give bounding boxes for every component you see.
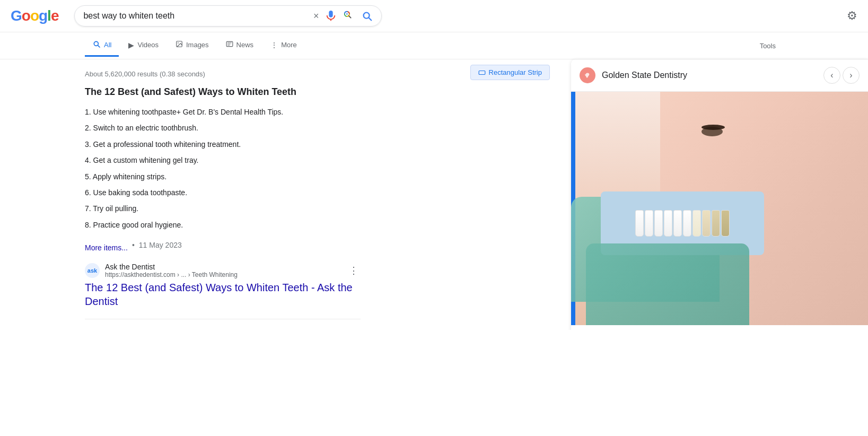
list-item: 5. Apply whitening strips. (85, 169, 361, 185)
header-right: ⚙ (847, 9, 857, 23)
panel-favicon (580, 67, 595, 83)
list-item: 2. Switch to an electric toothbrush. (85, 120, 361, 136)
tooth (702, 210, 711, 237)
clear-button[interactable]: × (313, 11, 319, 22)
list-item: 8. Practice good oral hygiene. (85, 217, 361, 233)
svg-point-0 (330, 14, 333, 16)
logo-l: l (47, 7, 51, 24)
tab-images[interactable]: Images (168, 35, 216, 56)
panel-next-button[interactable]: › (843, 67, 860, 84)
source-info: Ask the Dentist https://askthedentist.co… (105, 263, 341, 278)
more-icon: ⋮ (270, 41, 278, 49)
featured-snippet: The 12 Best (and Safest) Ways to Whiten … (85, 86, 361, 252)
teeth-row (635, 210, 730, 237)
tab-all[interactable]: All (85, 34, 119, 57)
list-item: 1. Use whitening toothpaste+ Get Dr. B's… (85, 104, 361, 120)
right-panel: Golden State Dentistry ‹ › (571, 59, 868, 330)
svg-rect-10 (479, 71, 485, 74)
source-favicon: ask (85, 263, 100, 278)
gloved-hand-2 (586, 243, 749, 325)
main-content: Rectangular Strip About 5,620,000 result… (0, 59, 868, 330)
tab-more-label: More (281, 41, 297, 49)
featured-title: The 12 Best (and Safest) Ways to Whiten … (85, 86, 361, 98)
svg-point-6 (346, 13, 348, 15)
dental-scene-bg (571, 92, 868, 325)
rectangular-strip-button[interactable]: Rectangular Strip (470, 65, 550, 80)
source-name: Ask the Dentist (105, 263, 341, 271)
source-url: https://askthedentist.com › ... › Teeth … (105, 271, 341, 278)
tooth (645, 210, 653, 237)
search-submit-icon[interactable] (361, 10, 373, 22)
panel-caption: Which Teeth Whitening Method Should You … (571, 325, 868, 330)
tab-news[interactable]: News (218, 35, 261, 56)
search-input[interactable] (83, 11, 308, 21)
tab-videos-label: Videos (137, 41, 159, 49)
logo-g: G (11, 7, 22, 24)
tooth (664, 210, 672, 237)
tooth (721, 210, 730, 237)
header: Google × ⚙ (0, 0, 868, 32)
result-link[interactable]: The 12 Best (and Safest) Ways to Whiten … (85, 281, 361, 308)
list-item: 6. Use baking soda toothpaste. (85, 185, 361, 200)
tooth (712, 210, 720, 237)
tooth (654, 210, 663, 237)
panel-image (571, 92, 868, 325)
tooth (635, 210, 644, 237)
list-item: 4. Get a custom whitening gel tray. (85, 152, 361, 168)
panel-nav-buttons: ‹ › (823, 67, 860, 84)
settings-icon[interactable]: ⚙ (847, 9, 857, 22)
list-item: 3. Get a professional tooth whitening tr… (85, 136, 361, 152)
svg-point-8 (178, 42, 179, 43)
logo-o1: o (22, 7, 30, 24)
tools-tab[interactable]: Tools (752, 37, 783, 55)
mic-icon[interactable] (325, 10, 337, 22)
source-more-button[interactable]: ⋮ (347, 263, 361, 278)
list-item: 7. Try oil pulling. (85, 200, 361, 216)
images-icon (176, 40, 183, 49)
tooth (673, 210, 682, 237)
result-source: ask Ask the Dentist https://askthedentis… (85, 263, 361, 278)
videos-icon: ▶ (128, 41, 134, 49)
search-icons: × (313, 10, 373, 22)
featured-list: 1. Use whitening toothpaste+ Get Dr. B's… (85, 104, 361, 233)
tab-videos[interactable]: ▶ Videos (121, 36, 166, 56)
logo-g2: g (39, 7, 47, 24)
more-items-link[interactable]: More items... (85, 243, 128, 252)
result-divider (85, 319, 361, 319)
results-count: About 5,620,000 results (0.38 seconds) (85, 70, 361, 78)
tab-more[interactable]: ⋮ More (263, 36, 304, 56)
search-bar: × (74, 5, 382, 27)
lens-icon[interactable] (343, 10, 355, 22)
panel-prev-button[interactable]: ‹ (823, 67, 840, 84)
panel-source-name: Golden State Dentistry (602, 71, 817, 80)
panel-header: Golden State Dentistry ‹ › (571, 59, 868, 92)
tab-news-label: News (236, 41, 254, 49)
tab-images-label: Images (186, 41, 209, 49)
all-icon (92, 40, 101, 50)
logo-e: e (51, 7, 59, 24)
tooth (692, 210, 701, 237)
rect-strip-label: Rectangular Strip (489, 68, 542, 76)
tab-all-label: All (104, 41, 111, 49)
news-icon (226, 40, 233, 49)
results-panel: About 5,620,000 results (0.38 seconds) T… (0, 59, 371, 330)
logo-o2: o (30, 7, 39, 24)
result-date: 11 May 2023 (139, 241, 182, 249)
google-logo: Google (11, 7, 58, 24)
tooth (683, 210, 691, 237)
nav-tabs: All ▶ Videos Images News ⋮ More Tools (0, 32, 868, 59)
